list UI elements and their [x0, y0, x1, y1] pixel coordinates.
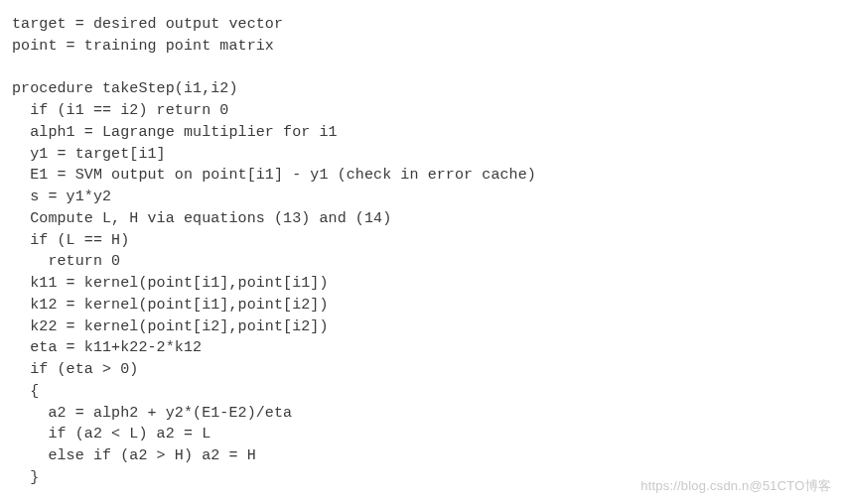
code-line: k22 = kernel(point[i2],point[i2]) — [12, 316, 829, 338]
code-line: { — [12, 381, 829, 403]
code-line: if (i1 == i2) return 0 — [12, 100, 829, 122]
code-line — [12, 58, 829, 79]
code-line: if (eta > 0) — [12, 359, 829, 381]
code-line: k11 = kernel(point[i1],point[i1]) — [12, 273, 829, 295]
code-line: s = y1*y2 — [12, 187, 829, 208]
code-line: eta = k11+k22-2*k12 — [12, 337, 829, 359]
code-line: if (a2 < L) a2 = L — [12, 424, 829, 445]
code-line: else if (a2 > H) a2 = H — [12, 445, 829, 467]
code-line: alph1 = Lagrange multiplier for i1 — [12, 122, 829, 144]
code-line: y1 = target[i1] — [12, 144, 829, 166]
code-line: } — [12, 467, 829, 489]
code-line: point = training point matrix — [12, 36, 829, 58]
code-line: a2 = alph2 + y2*(E1-E2)/eta — [12, 403, 829, 425]
code-line: return 0 — [12, 251, 829, 273]
code-line: procedure takeStep(i1,i2) — [12, 78, 829, 100]
code-line: k12 = kernel(point[i1],point[i2]) — [12, 295, 829, 316]
code-line: target = desired output vector — [12, 14, 829, 36]
pseudocode-block: target = desired output vectorpoint = tr… — [12, 14, 829, 489]
code-line: if (L == H) — [12, 230, 829, 252]
code-line: Compute L, H via equations (13) and (14) — [12, 208, 829, 230]
code-line: E1 = SVM output on point[i1] - y1 (check… — [12, 165, 829, 187]
